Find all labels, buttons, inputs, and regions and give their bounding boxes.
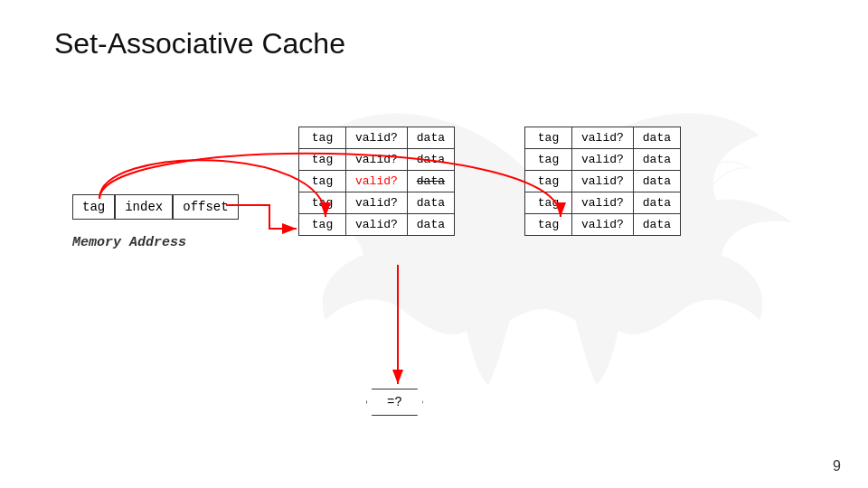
cache-cell: tag: [299, 214, 346, 236]
cache-cell: data: [633, 127, 680, 149]
addr-offset-box: offset: [173, 194, 238, 220]
cache-cell: tag: [299, 192, 346, 214]
cache-cell: valid?: [572, 214, 634, 236]
cache-cell: valid?: [346, 149, 408, 171]
cache-cell: data: [407, 171, 454, 192]
cache-cell: valid?: [346, 192, 408, 214]
cache-cell: data: [407, 214, 454, 236]
addr-tag-box: tag: [72, 194, 115, 220]
result-box: =?: [366, 389, 423, 416]
cache-cell: valid?: [346, 171, 408, 192]
slide-content: tag index offset Memory Address tagvalid…: [45, 90, 841, 470]
cache-cell: tag: [299, 127, 346, 149]
memory-address-label: Memory Address: [72, 235, 186, 250]
cache-cell: tag: [525, 171, 572, 192]
addr-index-box: index: [115, 194, 173, 220]
page-title: Set-Associative Cache: [54, 27, 345, 61]
cache-cell: valid?: [572, 171, 634, 192]
cache-cell: valid?: [572, 149, 634, 171]
cache-cell: tag: [525, 149, 572, 171]
memory-address-row: tag index offset: [72, 194, 239, 220]
cache-cell: valid?: [346, 214, 408, 236]
cache-cell: valid?: [572, 127, 634, 149]
cache-cell: data: [633, 214, 680, 236]
cache-cell: tag: [525, 127, 572, 149]
cache-table-1: tagvalid?datatagvalid?datatagvalid?datat…: [298, 127, 455, 236]
cache-cell: data: [633, 171, 680, 192]
cache-cell: tag: [525, 214, 572, 236]
cache-cell: data: [407, 149, 454, 171]
cache-cell: valid?: [346, 127, 408, 149]
cache-cell: data: [407, 192, 454, 214]
cache-cell: data: [633, 192, 680, 214]
cache-cell: tag: [299, 171, 346, 192]
cache-cell: tag: [299, 149, 346, 171]
cache-cell: data: [407, 127, 454, 149]
cache-cell: tag: [525, 192, 572, 214]
cache-cell: valid?: [572, 192, 634, 214]
cache-cell: data: [633, 149, 680, 171]
cache-table-2: tagvalid?datatagvalid?datatagvalid?datat…: [524, 127, 681, 236]
